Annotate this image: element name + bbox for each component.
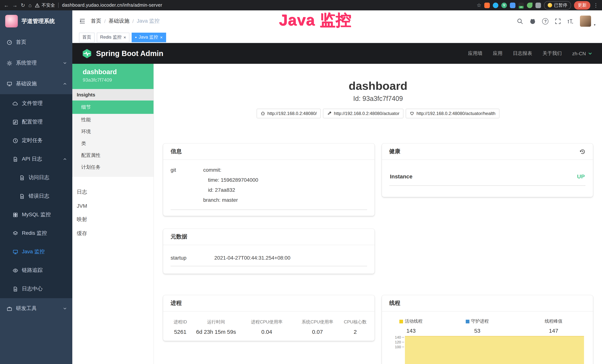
app-logo-avatar: [5, 15, 18, 27]
sba-menu-environment[interactable]: 环境: [72, 126, 153, 138]
y-tick: 100: [387, 345, 401, 349]
metadata-card: 元数据 startup 2021-04-27T00:44:31.254+08:0…: [163, 229, 374, 274]
extension-icon-leaf[interactable]: [527, 2, 532, 8]
browser-actions: ☆ V on 已暂停 更新 ⋮: [477, 1, 599, 10]
legend-value: 143: [387, 327, 435, 334]
sba-menu-mappings[interactable]: 映射: [72, 213, 153, 227]
sba-menu-performance[interactable]: 性能: [72, 114, 153, 126]
extensions-puzzle-icon[interactable]: [536, 2, 541, 8]
sba-menu-scheduled-tasks[interactable]: 计划任务: [72, 161, 153, 173]
legend-label: 守护进程: [471, 318, 489, 324]
vue-devtools-extension-icon[interactable]: V: [501, 2, 507, 8]
breadcrumb: 首页 / 基础设施 / Java 监控: [91, 18, 160, 24]
sidebar-item-home[interactable]: 首页: [0, 32, 72, 53]
tab-redis-monitor[interactable]: Redis 监控 ×: [97, 32, 129, 42]
browser-home-icon[interactable]: ⌂: [28, 3, 32, 8]
sba-menu-caches[interactable]: 缓存: [72, 227, 153, 241]
sidebar-fold-icon[interactable]: [79, 18, 86, 24]
sidebar-item-file-manage[interactable]: 文件管理: [0, 94, 72, 113]
sidebar-item-label: MySQL 监控: [22, 211, 51, 218]
gauge-icon: [7, 40, 12, 45]
extension-icon-blue[interactable]: [493, 2, 498, 8]
bookmark-star-icon[interactable]: ☆: [477, 3, 481, 8]
sba-nav-wallboard[interactable]: 应用墙: [468, 50, 483, 57]
layers-icon: [13, 230, 18, 236]
sidebar-item-redis-monitor[interactable]: Redis 监控: [0, 224, 72, 243]
sba-menu-logs[interactable]: 日志: [72, 185, 153, 199]
search-icon[interactable]: [517, 18, 523, 24]
sba-locale-select[interactable]: zh-CN: [572, 51, 592, 56]
sba-nav-about[interactable]: 关于我们: [542, 50, 562, 57]
sidebar-item-system[interactable]: 系统管理: [0, 53, 72, 74]
sba-menu-details[interactable]: 细节: [72, 100, 153, 114]
sidebar-item-access-log[interactable]: 访问日志: [0, 168, 72, 187]
daemon-threads-swatch: [466, 320, 469, 323]
health-url-link[interactable]: http://192.168.0.2:48080/actuator/health: [406, 109, 499, 118]
sidebar-item-java-monitor[interactable]: Java 监控: [0, 243, 72, 261]
sidebar-item-config-manage[interactable]: 配置管理: [0, 113, 72, 131]
github-icon[interactable]: [530, 18, 536, 24]
nav-label: 关于我们: [542, 50, 562, 57]
link-label: http://192.168.0.2:48080/: [267, 111, 317, 116]
browser-back-icon[interactable]: ←: [4, 3, 9, 8]
sba-menu-config-props[interactable]: 配置属性: [72, 150, 153, 161]
health-card: 健康 Instance UP: [382, 143, 593, 197]
fullscreen-icon[interactable]: [555, 18, 561, 24]
security-badge[interactable]: 不安全: [35, 2, 55, 8]
tab-java-monitor[interactable]: ● Java 监控 ×: [132, 32, 166, 42]
extension-icon-grid[interactable]: [510, 2, 516, 8]
browser-refresh-icon[interactable]: ↻: [21, 3, 25, 8]
tab-close-icon[interactable]: ×: [123, 35, 126, 40]
chevron-down-icon: [63, 306, 67, 311]
extension-icon-orange[interactable]: [484, 2, 490, 8]
sidebar-item-scheduled-jobs[interactable]: 定时任务: [0, 131, 72, 150]
gear-icon: [7, 60, 12, 66]
header-actions: ? ▾: [517, 16, 595, 27]
sba-instance-header[interactable]: dashboard 93a3fc7f7409: [72, 64, 153, 89]
grid-icon: [13, 212, 18, 217]
metric-value: 5261: [168, 329, 192, 335]
chevron-up-icon: [63, 157, 67, 161]
git-branch-line: branch: master: [203, 195, 367, 205]
instance-id-subtitle: Id: 93a3fc7f7409: [163, 95, 593, 103]
avatar-caret-icon[interactable]: ▾: [594, 23, 595, 27]
sba-brand-title: Spring Boot Admin: [96, 49, 163, 58]
tab-label: Java 监控: [139, 34, 158, 40]
paused-extension-badge[interactable]: 已暂停: [544, 1, 571, 10]
tab-label: 首页: [82, 34, 91, 40]
sidebar-item-mysql-monitor[interactable]: MySQL 监控: [0, 205, 72, 224]
sidebar-item-api-log[interactable]: API 日志: [0, 150, 72, 168]
help-icon[interactable]: ?: [542, 18, 548, 24]
git-time-line: time: 1596289704000: [203, 175, 367, 185]
sidebar-item-tracing[interactable]: 链路追踪: [0, 261, 72, 280]
proxy-extension-icon[interactable]: on: [518, 2, 524, 8]
sba-brand[interactable]: Spring Boot Admin: [82, 48, 163, 58]
history-icon[interactable]: [580, 149, 585, 154]
sidebar-item-label: 研发工具: [16, 305, 37, 312]
actuator-url-link[interactable]: http://192.168.0.2:48080/actuator: [323, 109, 404, 118]
user-avatar[interactable]: [580, 16, 591, 27]
sidebar-item-error-log[interactable]: 错误日志: [0, 187, 72, 205]
tab-close-icon[interactable]: ×: [160, 35, 163, 40]
app-logo[interactable]: 芋道管理系统: [0, 11, 72, 32]
app-title: 芋道管理系统: [22, 18, 55, 25]
sidebar-item-label: 系统管理: [16, 60, 37, 66]
sba-menu-classes[interactable]: 类: [72, 138, 153, 150]
service-url-link[interactable]: http://192.168.0.2:48080/: [257, 109, 321, 118]
breadcrumb-infra[interactable]: 基础设施: [109, 18, 129, 24]
sidebar-item-log-center[interactable]: 日志中心: [0, 280, 72, 298]
sba-nav-journal[interactable]: 日志报表: [513, 50, 532, 57]
sba-nav-applications[interactable]: 应用: [493, 50, 502, 57]
sidebar-item-infra[interactable]: 基础设施: [0, 74, 72, 94]
tab-home[interactable]: 首页: [79, 32, 95, 42]
git-info-row: git commit: time: 1596289704000 id: 27aa…: [171, 165, 367, 210]
sba-menu-jvm[interactable]: JVM: [72, 199, 153, 213]
font-size-icon[interactable]: [568, 18, 574, 24]
sidebar-item-label: 链路追踪: [22, 267, 43, 274]
breadcrumb-home[interactable]: 首页: [91, 18, 101, 24]
browser-forward-icon[interactable]: →: [12, 3, 17, 8]
sidebar-item-dev-tools[interactable]: 研发工具: [0, 298, 72, 319]
browser-update-button[interactable]: 更新: [574, 1, 590, 10]
address-bar-url[interactable]: dashboard.yudao.iocoder.cn/infra/admin-s…: [62, 3, 162, 8]
browser-menu-icon[interactable]: ⋮: [593, 3, 599, 8]
